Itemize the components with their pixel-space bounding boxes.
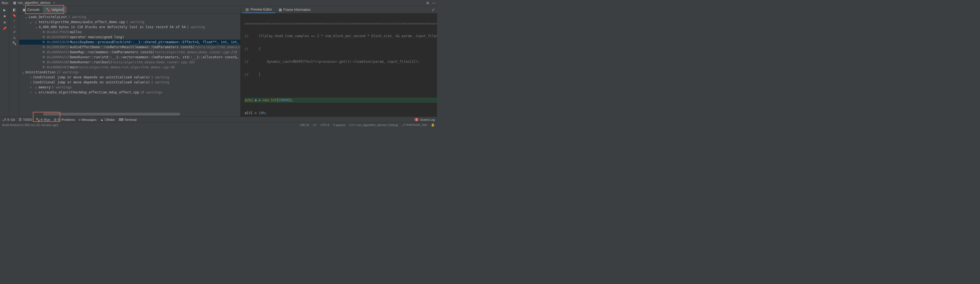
caret-position[interactable]: 246:16 [300,123,309,127]
frame-addr: 0x101C7F635 [46,30,68,35]
frame-addr: 0x100004188 [46,60,68,65]
folded-region-indicator [245,23,437,24]
stop-icon[interactable]: ■ [3,14,7,18]
settings-icon[interactable]: ⚙ [426,1,429,5]
wrench-icon[interactable]: 🔧 [12,41,16,45]
toolwindow-eventlog[interactable]: 1Event Log [414,118,435,121]
tab-label: Frame Information [283,8,311,12]
context[interactable]: C++: run_algorithm_demos | Debug [349,123,398,127]
toolwindow-git[interactable]: ⎇9: Git [2,118,15,122]
up-icon[interactable]: ↑ [13,19,15,23]
stack-frame[interactable]: ⧉0x1000024CDmain tests/algorithm_demos/r… [19,65,240,70]
tree-node[interactable]: ›⚠src/audio_algorithm/mdsp_effect/ae_mds… [19,90,240,95]
frame-loc: tests/algorithm_demos/run_algorithm_demo… [78,65,175,70]
tree-node-uninit[interactable]: ⌄ UninitCondition 17 warnings [19,70,240,75]
lock-icon[interactable]: 🔒 [431,123,435,127]
minimize-icon[interactable]: — [432,1,435,5]
chevron-right-icon[interactable]: › [30,75,33,80]
bottom-toolbar: ⎇9: Git ☰TODO 4: Run ⊘6: Problems ≡Messa… [0,116,437,122]
toolwindow-messages[interactable]: ≡Messages [79,118,96,121]
close-tab-icon[interactable]: × [53,1,55,5]
tab-preview-editor[interactable]: ▤ Preview Editor [242,6,275,13]
chevron-down-icon[interactable]: ⌄ [25,14,28,19]
pause-icon[interactable]: ≣ [3,20,7,24]
down-icon[interactable]: ↓ [13,24,15,29]
chevron-down-icon[interactable]: ⌄ [35,24,38,30]
toolwindow-todo[interactable]: ☰TODO [19,118,32,122]
tree-node[interactable]: ›Conditional jump or move depends on uni… [19,80,240,85]
frame-loc: tests/algorithm_demos/demo_runner.cpp:10… [112,60,194,65]
stack-frame-selected[interactable]: ⧉0x100032D20MusicDspDemo::processBlock(s… [19,40,240,45]
frame-fn: operator new(unsigned long) [70,35,124,40]
chevron-down-icon[interactable]: ⌄ [22,70,25,75]
messages-icon: ≡ [79,118,81,121]
code-editor[interactable]: // if(play_head_time_samples == 2 * num_… [240,13,437,116]
valgrind-icon [46,8,49,11]
label: Messages [82,118,96,121]
label: Terminal [124,118,137,121]
toolwindow-terminal[interactable]: ⌨Terminal [119,118,137,122]
chevron-down-icon[interactable]: ⌄ [30,19,33,24]
tree-node-block[interactable]: ⌄ 4,400,000 bytes in 110 blocks are defi… [19,24,240,30]
frame-icon: ⧉ [43,40,45,45]
frame-icon: ⧉ [43,35,45,40]
tree-node-leak[interactable]: ⌄ Leak_DefinitelyLost 1 warning [19,14,240,19]
node-label: memory [38,85,51,90]
chevron-right-icon[interactable]: › [30,80,33,85]
code-line: // dynamic_cast<MDSPEffect*>(processor.g… [245,59,437,64]
frame-icon: ⧉ [43,45,45,49]
toolwindow-cmake[interactable]: ▲CMake [100,118,115,121]
frame-fn: DemoRunner::run(std::__1::vector<mammon:… [70,55,240,60]
frame-fn: malloc [70,30,82,35]
rerun-icon[interactable]: ▶ [3,8,7,12]
export-icon[interactable]: ↗ [13,30,16,34]
git-branch[interactable]: ⎇ feat/music_dsp [402,123,427,127]
stack-frame[interactable]: ⧉0x100004213DemoRunner::run(std::__1::ve… [19,55,240,60]
tab-valgrind[interactable]: Valgrind [43,6,67,13]
tree-node-file[interactable]: ⌄ ⚠ tests/algorithm_demos/audio_effect_d… [19,19,240,24]
tree-node[interactable]: ›⚠memory5 warnings [19,85,240,90]
horizontal-scrollbar[interactable] [43,113,239,115]
frame-addr: 0x100004213 [46,55,68,60]
run-icon [36,118,40,121]
import-icon[interactable]: ↘ [13,36,16,40]
toolwindow-problems[interactable]: ⊘6: Problems [54,118,75,122]
node-label: Conditional jump or move depends on unin… [33,75,150,80]
bookmark-icon[interactable]: 🔖 [12,13,16,17]
scrollbar-thumb[interactable] [43,113,180,115]
editor-icon: ▤ [245,8,249,11]
node-count: 5 warnings [52,85,72,90]
encoding[interactable]: UTF-8 [321,123,329,127]
warning-icon: ⚠ [35,19,37,24]
toolwindow-run[interactable]: 4: Run [36,118,50,121]
layout-icon[interactable]: ◧ [13,8,16,12]
line-separator[interactable]: LF [313,123,317,127]
git-icon: ⎇ [2,118,6,122]
stack-frame[interactable]: ⧉0x101C7F635malloc [19,30,240,35]
tree-node[interactable]: ›Conditional jump or move depends on uni… [19,75,240,80]
node-label: src/audio_algorithm/mdsp_effect/ae_mdsp_… [38,90,139,95]
valgrind-tree[interactable]: ⌄ Leak_DefinitelyLost 1 warning ⌄ ⚠ test… [19,13,240,112]
status-bar: Build finished in 965 ms (15 minutes ago… [0,122,437,127]
indent[interactable]: 4 spaces [333,123,345,127]
run-label: Run: [2,1,9,5]
label: 4: Run [41,118,50,121]
frame-fn: DemoRunner::run(bool) [70,60,112,65]
tab-console[interactable]: ▣ Console [19,6,43,13]
stack-frame[interactable]: ⧉0x100004188DemoRunner::run(bool) tests/… [19,60,240,65]
stack-frame[interactable]: ⧉0x102A5BDE9operator new(unsigned long) [19,35,240,40]
uninit-count: 17 warnings [57,70,79,75]
preview-tabbar: ▤ Preview Editor ▦ Frame Information ⤢ [240,6,437,13]
tab-frame-info[interactable]: ▦ Frame Information [275,6,314,13]
chevron-right-icon[interactable]: › [30,85,33,90]
chevron-right-icon[interactable]: › [30,90,33,95]
pin-icon[interactable]: 📌 [3,26,7,31]
warning-icon: ⚠ [35,90,37,95]
file-label: tests/algorithm_demos/audio_effect_demo.… [38,19,125,24]
run-config-tab[interactable]: ▦ run_algorithm_demos × [11,0,57,6]
stack-frame[interactable]: ⧉0x100030D15AudioEffectDemo::runReturnRe… [19,45,240,49]
stack-frame[interactable]: ⧉0x100004431DemoMap::run(mammon::CmdPara… [19,49,240,55]
expand-icon[interactable]: ⤢ [431,8,435,12]
uninit-label: UninitCondition [25,70,56,75]
label: 9: Git [7,118,15,121]
